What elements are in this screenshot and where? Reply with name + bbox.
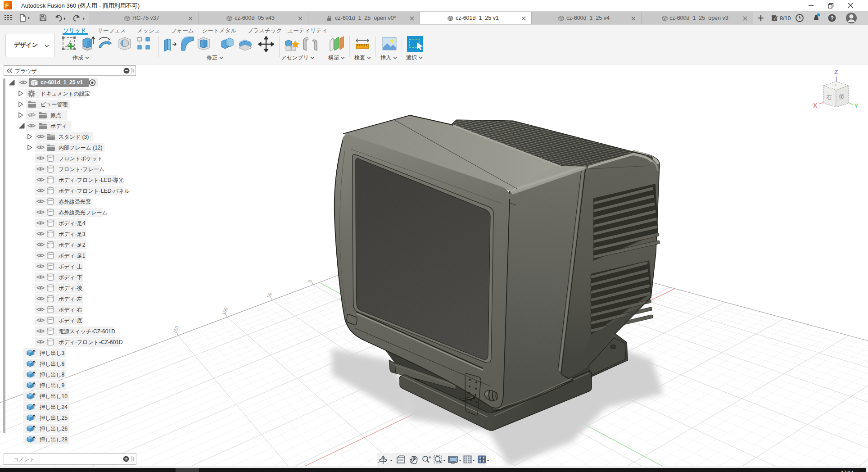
svg-text:右: 右 — [826, 94, 832, 100]
svg-text:100: 100 — [222, 307, 229, 316]
svg-text:Y: Y — [854, 102, 859, 109]
svg-text:後: 後 — [838, 93, 845, 100]
svg-text:?: ? — [831, 15, 834, 22]
svg-text:X: X — [813, 102, 818, 109]
svg-text:上: 上 — [833, 84, 837, 86]
svg-text:150: 150 — [172, 325, 180, 334]
svg-text:50: 50 — [267, 292, 273, 299]
svg-text:8/10: 8/10 — [780, 15, 791, 22]
svg-text:Z: Z — [834, 68, 838, 76]
